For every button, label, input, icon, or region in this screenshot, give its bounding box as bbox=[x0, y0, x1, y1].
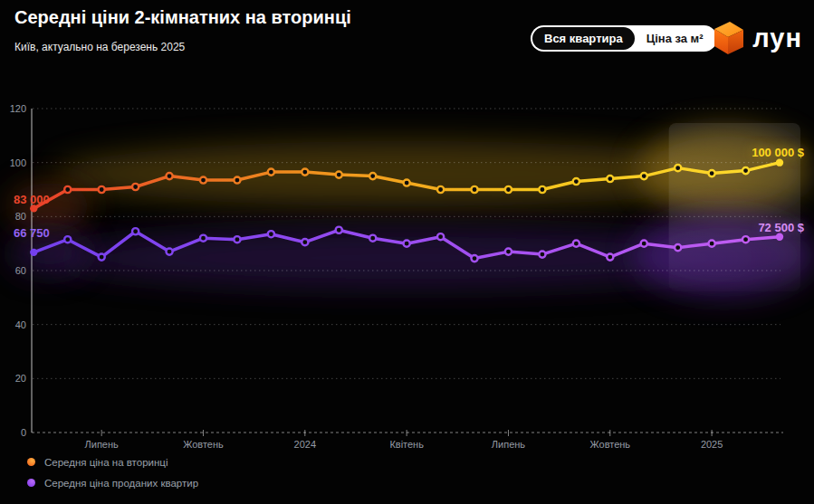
chart-legend: Середня ціна на вторинці Середня ціна пр… bbox=[27, 455, 198, 490]
lun-price-dashboard: Середні ціни 2-кімнатних на вторинці Киї… bbox=[0, 0, 814, 504]
data-point[interactable] bbox=[641, 241, 647, 247]
y-tick-label: 100 bbox=[10, 157, 26, 168]
data-point[interactable] bbox=[268, 231, 274, 237]
x-tick-label: Жовтень bbox=[589, 439, 630, 450]
legend-item-sold-price[interactable]: Середня ціна проданих квартир bbox=[27, 476, 198, 490]
y-tick-label: 60 bbox=[15, 265, 26, 276]
data-point[interactable] bbox=[132, 184, 139, 190]
y-tick-label: 80 bbox=[15, 211, 26, 222]
x-tick-label: Жовтень bbox=[183, 439, 224, 450]
y-tick-label: 120 bbox=[10, 103, 26, 114]
data-point[interactable] bbox=[234, 236, 240, 242]
data-point[interactable] bbox=[471, 255, 477, 262]
x-tick-label: 2024 bbox=[294, 439, 316, 450]
data-point[interactable] bbox=[539, 186, 545, 193]
data-point[interactable] bbox=[302, 169, 308, 176]
data-point[interactable] bbox=[369, 173, 376, 179]
data-point[interactable] bbox=[573, 241, 579, 247]
x-tick-label: Липень bbox=[492, 439, 526, 450]
data-point[interactable] bbox=[437, 233, 444, 240]
data-point[interactable] bbox=[336, 171, 342, 177]
series1-end-value-label: 100 000 $ bbox=[752, 146, 804, 159]
data-point[interactable] bbox=[776, 158, 783, 166]
data-point[interactable] bbox=[99, 253, 105, 260]
data-point[interactable] bbox=[539, 252, 545, 258]
legend-label: Середня ціна на вторинці bbox=[44, 457, 168, 468]
data-point[interactable] bbox=[132, 228, 139, 234]
price-chart: 020406080100120ЛипеньЖовтень2024КвітеньЛ… bbox=[0, 0, 814, 504]
data-point[interactable] bbox=[471, 186, 477, 193]
data-point[interactable] bbox=[200, 176, 206, 183]
data-point[interactable] bbox=[30, 249, 37, 256]
data-point[interactable] bbox=[166, 173, 172, 179]
data-point[interactable] bbox=[573, 178, 579, 185]
series2-end-value-label: 72 500 $ bbox=[758, 221, 804, 234]
data-point[interactable] bbox=[607, 253, 613, 260]
data-point[interactable] bbox=[234, 176, 240, 183]
data-point[interactable] bbox=[166, 249, 172, 255]
data-point[interactable] bbox=[709, 241, 715, 247]
data-point[interactable] bbox=[742, 167, 749, 174]
data-point[interactable] bbox=[64, 186, 71, 193]
data-point[interactable] bbox=[302, 239, 308, 245]
x-tick-label: Липень bbox=[85, 439, 120, 450]
y-tick-label: 40 bbox=[15, 319, 26, 330]
data-point[interactable] bbox=[437, 186, 444, 193]
data-point[interactable] bbox=[404, 179, 410, 185]
data-point[interactable] bbox=[607, 176, 613, 182]
data-point[interactable] bbox=[641, 173, 647, 179]
data-point[interactable] bbox=[200, 235, 206, 242]
y-tick-label: 20 bbox=[15, 373, 26, 384]
series1-start-value-label: 83 000 bbox=[14, 193, 50, 206]
data-point[interactable] bbox=[505, 249, 512, 255]
data-point[interactable] bbox=[369, 235, 376, 242]
data-point[interactable] bbox=[336, 227, 342, 233]
data-point[interactable] bbox=[99, 186, 105, 193]
legend-item-secondary-price[interactable]: Середня ціна на вторинці bbox=[27, 455, 198, 469]
data-point[interactable] bbox=[675, 165, 681, 171]
series2-start-value-label: 66 750 bbox=[14, 226, 50, 240]
x-tick-label: 2025 bbox=[701, 439, 723, 450]
data-point[interactable] bbox=[742, 236, 749, 242]
x-tick-label: Квітень bbox=[389, 439, 424, 450]
legend-dot-purple-icon bbox=[27, 479, 35, 487]
data-point[interactable] bbox=[675, 244, 681, 251]
y-tick-label: 0 bbox=[21, 427, 26, 438]
data-point[interactable] bbox=[709, 170, 715, 176]
data-point[interactable] bbox=[404, 241, 410, 247]
data-point[interactable] bbox=[505, 186, 512, 193]
data-point[interactable] bbox=[268, 169, 274, 176]
legend-dot-orange-icon bbox=[27, 458, 35, 466]
data-point[interactable] bbox=[64, 236, 71, 242]
legend-label: Середня ціна проданих квартир bbox=[44, 478, 198, 489]
